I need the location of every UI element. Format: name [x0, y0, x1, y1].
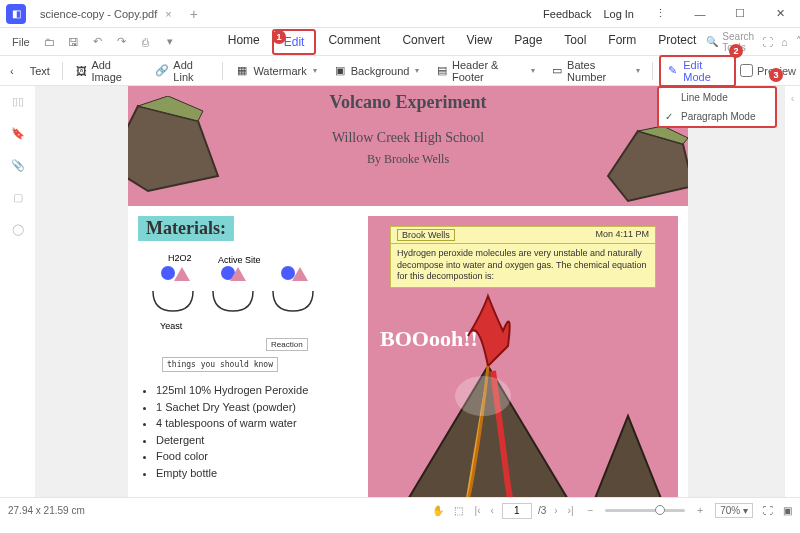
- svg-marker-12: [588, 416, 668, 497]
- materials-list: 125ml 10% Hydrogen Peroxide 1 Sachet Dry…: [138, 382, 358, 481]
- thumbnails-icon[interactable]: ▯▯: [9, 92, 27, 110]
- left-sidebar: ▯▯ 🔖 📎 ▢ ◯: [0, 86, 36, 497]
- app-icon: ◧: [6, 4, 26, 24]
- paragraph-mode-option[interactable]: ✓Paragraph Mode: [659, 107, 775, 126]
- edit-icon: ✎: [667, 64, 680, 78]
- tab-page[interactable]: Page: [504, 29, 552, 55]
- zoom-thumb[interactable]: [655, 505, 665, 515]
- page-icon[interactable]: ▢: [9, 188, 27, 206]
- more-icon[interactable]: ▾: [162, 34, 178, 50]
- page-number-input[interactable]: [502, 503, 532, 519]
- close-window-icon[interactable]: ✕: [766, 2, 794, 26]
- svg-point-13: [455, 376, 511, 416]
- hand-tool-icon[interactable]: ✋: [432, 505, 444, 516]
- undo-icon[interactable]: ↶: [90, 34, 106, 50]
- close-tab-icon[interactable]: ×: [165, 8, 171, 20]
- open-icon[interactable]: 🗀: [42, 34, 58, 50]
- svg-point-4: [161, 266, 175, 280]
- fit-width-icon[interactable]: ⛶: [763, 505, 773, 516]
- check-icon: ✓: [665, 111, 673, 122]
- watermark-tool[interactable]: ▦Watermark▾: [229, 62, 322, 80]
- volcano-illustration: [368, 216, 678, 497]
- molecule-diagram: H2O2 Active Site Yeast Reaction things y…: [138, 251, 358, 372]
- login-link[interactable]: Log In: [603, 8, 634, 20]
- rock-illustration-left: [128, 96, 228, 196]
- add-image-tool[interactable]: 🖼Add Image: [69, 57, 146, 85]
- page-author: By Brooke Wells: [367, 152, 449, 167]
- chevron-up-icon[interactable]: ˄: [796, 35, 800, 48]
- chevron-down-icon: ▾: [636, 66, 640, 75]
- bookmark-icon[interactable]: 🔖: [9, 124, 27, 142]
- active-site-label: Active Site: [218, 255, 261, 265]
- minimize-icon[interactable]: —: [686, 2, 714, 26]
- list-item: Empty bottle: [156, 465, 358, 482]
- page-school: Willow Creek High School: [332, 130, 484, 146]
- svg-text:Yeast: Yeast: [160, 321, 183, 331]
- background-icon: ▣: [333, 64, 347, 78]
- separator: [652, 62, 653, 80]
- print-icon[interactable]: ⎙: [138, 34, 154, 50]
- preview-check[interactable]: [740, 64, 753, 77]
- header-footer-tool[interactable]: ▤Header & Footer▾: [429, 57, 540, 85]
- page-title: Volcano Experiment: [330, 92, 487, 113]
- zoom-in-icon[interactable]: +: [695, 505, 705, 516]
- fit-page-icon[interactable]: ▣: [783, 505, 792, 516]
- page-total: /3: [538, 505, 546, 516]
- next-page-icon[interactable]: ›: [552, 505, 559, 516]
- search-icon: 🔍: [706, 36, 718, 47]
- file-menu[interactable]: File: [4, 36, 38, 48]
- annotation-badge-2: 2: [729, 44, 743, 58]
- rock-illustration-right: [598, 126, 688, 206]
- background-tool[interactable]: ▣Background▾: [327, 62, 426, 80]
- materials-heading: Materials:: [138, 216, 234, 241]
- maximize-icon[interactable]: ☐: [726, 2, 754, 26]
- tab-home[interactable]: Home: [218, 29, 270, 55]
- tab-tool[interactable]: Tool: [554, 29, 596, 55]
- back-button[interactable]: ‹: [4, 63, 20, 79]
- pdf-page: Volcano Experiment Willow Creek High Sch…: [128, 86, 688, 497]
- last-page-icon[interactable]: ›|: [566, 505, 576, 516]
- tab-form[interactable]: Form: [598, 29, 646, 55]
- preview-checkbox[interactable]: Preview: [740, 64, 796, 77]
- document-canvas[interactable]: Volcano Experiment Willow Creek High Sch…: [36, 86, 784, 497]
- comment-rail-icon[interactable]: ◯: [9, 220, 27, 238]
- first-page-icon[interactable]: |‹: [473, 505, 483, 516]
- line-mode-option[interactable]: Line Mode: [659, 88, 775, 107]
- things-you-should-know-label: things you should know: [162, 357, 278, 372]
- home-icon[interactable]: ⌂: [781, 36, 788, 48]
- list-item: 1 Sachet Dry Yeast (powder): [156, 399, 358, 416]
- kebab-menu-icon[interactable]: ⋮: [646, 2, 674, 26]
- attachment-icon[interactable]: 📎: [9, 156, 27, 174]
- add-link-tool[interactable]: 🔗Add Link: [149, 57, 216, 85]
- tab-view[interactable]: View: [456, 29, 502, 55]
- list-item: 4 tablespoons of warm water: [156, 415, 358, 432]
- zoom-value[interactable]: 70% ▾: [715, 503, 753, 518]
- tab-title: science-copy - Copy.pdf: [40, 8, 157, 20]
- watermark-icon: ▦: [235, 64, 249, 78]
- link-icon: 🔗: [155, 64, 169, 78]
- tab-comment[interactable]: Comment: [318, 29, 390, 55]
- svg-point-8: [281, 266, 295, 280]
- edit-mode-button[interactable]: ✎Edit Mode: [659, 55, 736, 87]
- page-dimensions: 27.94 x 21.59 cm: [8, 505, 85, 516]
- new-tab-button[interactable]: +: [190, 6, 198, 22]
- page-navigation: |‹ ‹ /3 › ›|: [473, 503, 576, 519]
- tab-protect[interactable]: Protect: [648, 29, 706, 55]
- collapse-icon[interactable]: ‹: [791, 92, 795, 104]
- feedback-link[interactable]: Feedback: [543, 8, 591, 20]
- zoom-slider[interactable]: [605, 509, 685, 512]
- select-tool-icon[interactable]: ⬚: [454, 505, 463, 516]
- prev-page-icon[interactable]: ‹: [489, 505, 496, 516]
- bates-number-tool[interactable]: ▭Bates Number▾: [545, 57, 646, 85]
- save-icon[interactable]: 🖫: [66, 34, 82, 50]
- text-tool[interactable]: Text: [24, 63, 56, 79]
- list-item: Food color: [156, 448, 358, 465]
- tab-convert[interactable]: Convert: [392, 29, 454, 55]
- edit-mode-dropdown: Line Mode ✓Paragraph Mode: [657, 86, 777, 128]
- redo-icon[interactable]: ↷: [114, 34, 130, 50]
- zoom-out-icon[interactable]: −: [586, 505, 596, 516]
- document-tab[interactable]: science-copy - Copy.pdf ×: [32, 0, 180, 27]
- separator: [222, 62, 223, 80]
- chevron-down-icon: ▾: [415, 66, 419, 75]
- expand-icon[interactable]: ⛶: [762, 36, 773, 48]
